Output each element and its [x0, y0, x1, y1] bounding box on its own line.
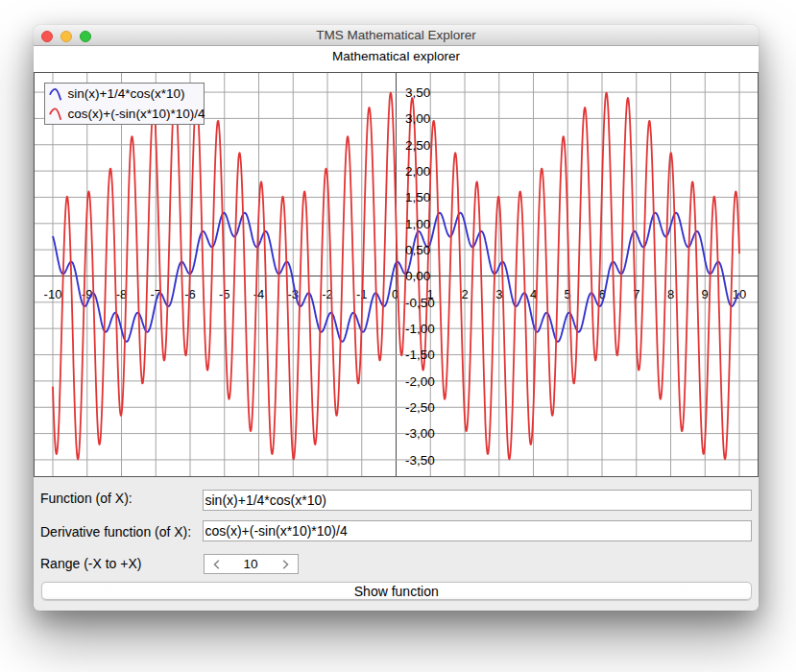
svg-text:-2,00: -2,00 — [405, 374, 435, 389]
svg-text:0,00: 0,00 — [405, 269, 430, 283]
svg-text:2,50: 2,50 — [405, 138, 430, 153]
svg-text:1,50: 1,50 — [405, 190, 430, 204]
svg-text:2,00: 2,00 — [405, 164, 430, 179]
svg-text:3,50: 3,50 — [405, 85, 430, 100]
svg-text:1,00: 1,00 — [405, 217, 430, 231]
svg-text:-4: -4 — [253, 287, 265, 301]
svg-text:-2,50: -2,50 — [405, 400, 435, 415]
svg-text:-1,50: -1,50 — [405, 348, 435, 362]
svg-text:-3,50: -3,50 — [405, 453, 435, 468]
svg-text:sin(x)+1/4*cos(x*10): sin(x)+1/4*cos(x*10) — [68, 86, 185, 101]
svg-text:-0,50: -0,50 — [405, 296, 435, 310]
svg-text:8: 8 — [667, 287, 674, 301]
svg-text:3,00: 3,00 — [405, 111, 430, 126]
svg-text:3: 3 — [495, 287, 502, 301]
svg-text:-3,00: -3,00 — [405, 426, 435, 441]
svg-text:-1,00: -1,00 — [405, 322, 435, 336]
svg-text:9: 9 — [702, 287, 709, 301]
svg-text:cos(x)+(-sin(x*10)*10)/4: cos(x)+(-sin(x*10)*10)/4 — [68, 107, 205, 121]
svg-text:0,50: 0,50 — [405, 243, 430, 257]
svg-text:-10: -10 — [44, 287, 62, 301]
svg-text:2: 2 — [461, 287, 468, 301]
